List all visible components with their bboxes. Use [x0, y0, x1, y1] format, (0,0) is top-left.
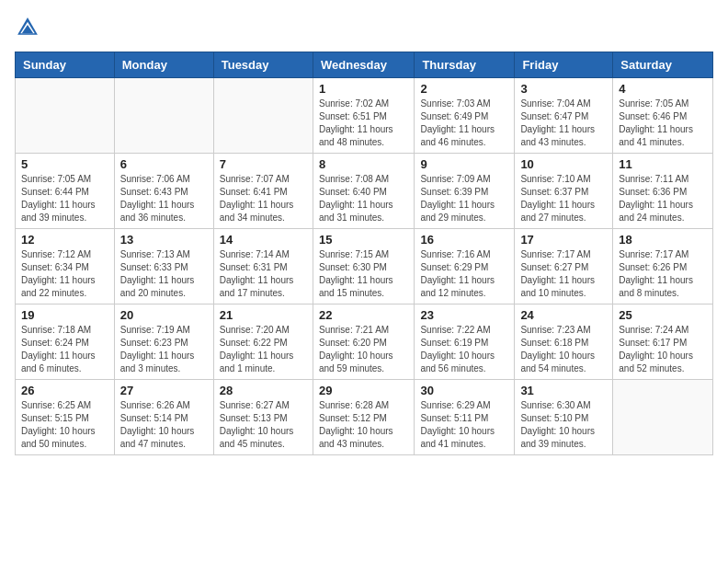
calendar-week-row: 12Sunrise: 7:12 AM Sunset: 6:34 PM Dayli…: [16, 229, 713, 304]
day-info: Sunrise: 6:28 AM Sunset: 5:12 PM Dayligh…: [319, 399, 408, 451]
day-info: Sunrise: 7:19 AM Sunset: 6:23 PM Dayligh…: [120, 324, 208, 375]
day-number: 28: [220, 384, 307, 397]
day-number: 12: [21, 233, 108, 247]
day-number: 15: [319, 233, 408, 247]
day-info: Sunrise: 6:29 AM Sunset: 5:11 PM Dayligh…: [420, 399, 508, 451]
day-info: Sunrise: 6:25 AM Sunset: 5:15 PM Dayligh…: [21, 399, 108, 451]
calendar-day-cell: [213, 78, 313, 154]
calendar-day-cell: 28Sunrise: 6:27 AM Sunset: 5:13 PM Dayli…: [213, 380, 313, 455]
calendar-week-row: 19Sunrise: 7:18 AM Sunset: 6:24 PM Dayli…: [16, 304, 713, 380]
day-info: Sunrise: 7:18 AM Sunset: 6:24 PM Dayligh…: [21, 324, 108, 375]
day-number: 10: [520, 157, 607, 171]
day-info: Sunrise: 7:24 AM Sunset: 6:17 PM Dayligh…: [619, 324, 707, 375]
day-number: 20: [120, 308, 208, 322]
calendar-day-cell: 19Sunrise: 7:18 AM Sunset: 6:24 PM Dayli…: [16, 304, 115, 380]
day-of-week-header: Thursday: [415, 52, 515, 78]
day-number: 5: [21, 157, 108, 171]
calendar-day-cell: 6Sunrise: 7:06 AM Sunset: 6:43 PM Daylig…: [114, 154, 213, 229]
calendar-day-cell: 22Sunrise: 7:21 AM Sunset: 6:20 PM Dayli…: [313, 304, 414, 380]
calendar-header-row: SundayMondayTuesdayWednesdayThursdayFrid…: [16, 52, 713, 78]
calendar-day-cell: 29Sunrise: 6:28 AM Sunset: 5:12 PM Dayli…: [313, 380, 414, 455]
day-number: 30: [420, 384, 508, 397]
day-info: Sunrise: 6:27 AM Sunset: 5:13 PM Dayligh…: [220, 399, 307, 451]
calendar-day-cell: 7Sunrise: 7:07 AM Sunset: 6:41 PM Daylig…: [213, 154, 313, 229]
calendar-day-cell: [613, 380, 713, 455]
calendar-day-cell: 24Sunrise: 7:23 AM Sunset: 6:18 PM Dayli…: [515, 304, 613, 380]
day-info: Sunrise: 7:04 AM Sunset: 6:47 PM Dayligh…: [520, 98, 607, 149]
day-info: Sunrise: 7:11 AM Sunset: 6:36 PM Dayligh…: [619, 173, 707, 224]
day-number: 1: [319, 82, 408, 96]
calendar-table: SundayMondayTuesdayWednesdayThursdayFrid…: [15, 52, 713, 455]
day-number: 9: [420, 157, 508, 171]
day-number: 17: [520, 233, 607, 247]
day-number: 22: [319, 308, 408, 322]
day-info: Sunrise: 6:26 AM Sunset: 5:14 PM Dayligh…: [120, 399, 208, 451]
day-info: Sunrise: 7:17 AM Sunset: 6:26 PM Dayligh…: [619, 248, 707, 300]
day-info: Sunrise: 7:09 AM Sunset: 6:39 PM Dayligh…: [420, 173, 508, 224]
calendar-day-cell: 21Sunrise: 7:20 AM Sunset: 6:22 PM Dayli…: [213, 304, 313, 380]
day-number: 21: [220, 308, 307, 322]
calendar-day-cell: 13Sunrise: 7:13 AM Sunset: 6:33 PM Dayli…: [114, 229, 213, 304]
calendar-day-cell: 18Sunrise: 7:17 AM Sunset: 6:26 PM Dayli…: [613, 229, 713, 304]
day-info: Sunrise: 7:16 AM Sunset: 6:29 PM Dayligh…: [420, 248, 508, 300]
page-header: [15, 15, 713, 40]
day-info: Sunrise: 7:02 AM Sunset: 6:51 PM Dayligh…: [319, 98, 408, 149]
calendar-day-cell: 30Sunrise: 6:29 AM Sunset: 5:11 PM Dayli…: [415, 380, 515, 455]
day-info: Sunrise: 7:17 AM Sunset: 6:27 PM Dayligh…: [520, 248, 607, 300]
day-info: Sunrise: 7:07 AM Sunset: 6:41 PM Dayligh…: [220, 173, 307, 224]
day-number: 31: [520, 384, 607, 397]
day-number: 6: [120, 157, 208, 171]
day-number: 25: [619, 308, 707, 322]
day-number: 29: [319, 384, 408, 397]
calendar-day-cell: 15Sunrise: 7:15 AM Sunset: 6:30 PM Dayli…: [313, 229, 414, 304]
calendar-day-cell: 2Sunrise: 7:03 AM Sunset: 6:49 PM Daylig…: [415, 78, 515, 154]
calendar-day-cell: 17Sunrise: 7:17 AM Sunset: 6:27 PM Dayli…: [515, 229, 613, 304]
calendar-day-cell: 1Sunrise: 7:02 AM Sunset: 6:51 PM Daylig…: [313, 78, 414, 154]
day-info: Sunrise: 7:20 AM Sunset: 6:22 PM Dayligh…: [220, 324, 307, 375]
day-info: Sunrise: 7:21 AM Sunset: 6:20 PM Dayligh…: [319, 324, 408, 375]
calendar-day-cell: 23Sunrise: 7:22 AM Sunset: 6:19 PM Dayli…: [415, 304, 515, 380]
logo-icon: [15, 15, 40, 40]
calendar-day-cell: 26Sunrise: 6:25 AM Sunset: 5:15 PM Dayli…: [16, 380, 115, 455]
day-info: Sunrise: 7:05 AM Sunset: 6:44 PM Dayligh…: [21, 173, 108, 224]
day-number: 8: [319, 157, 408, 171]
day-of-week-header: Tuesday: [213, 52, 313, 78]
day-number: 11: [619, 157, 707, 171]
day-number: 24: [520, 308, 607, 322]
calendar-day-cell: 25Sunrise: 7:24 AM Sunset: 6:17 PM Dayli…: [613, 304, 713, 380]
day-of-week-header: Wednesday: [313, 52, 414, 78]
calendar-day-cell: 16Sunrise: 7:16 AM Sunset: 6:29 PM Dayli…: [415, 229, 515, 304]
day-info: Sunrise: 7:22 AM Sunset: 6:19 PM Dayligh…: [420, 324, 508, 375]
day-number: 23: [420, 308, 508, 322]
day-number: 14: [220, 233, 307, 247]
day-number: 13: [120, 233, 208, 247]
day-of-week-header: Monday: [114, 52, 213, 78]
calendar-day-cell: 14Sunrise: 7:14 AM Sunset: 6:31 PM Dayli…: [213, 229, 313, 304]
day-of-week-header: Sunday: [16, 52, 115, 78]
calendar-week-row: 5Sunrise: 7:05 AM Sunset: 6:44 PM Daylig…: [16, 154, 713, 229]
calendar-week-row: 1Sunrise: 7:02 AM Sunset: 6:51 PM Daylig…: [16, 78, 713, 154]
calendar-day-cell: 31Sunrise: 6:30 AM Sunset: 5:10 PM Dayli…: [515, 380, 613, 455]
calendar-day-cell: [16, 78, 115, 154]
day-number: 3: [520, 82, 607, 96]
day-number: 2: [420, 82, 508, 96]
calendar-day-cell: 3Sunrise: 7:04 AM Sunset: 6:47 PM Daylig…: [515, 78, 613, 154]
calendar-week-row: 26Sunrise: 6:25 AM Sunset: 5:15 PM Dayli…: [16, 380, 713, 455]
calendar-day-cell: 8Sunrise: 7:08 AM Sunset: 6:40 PM Daylig…: [313, 154, 414, 229]
calendar-day-cell: 11Sunrise: 7:11 AM Sunset: 6:36 PM Dayli…: [613, 154, 713, 229]
calendar-day-cell: 12Sunrise: 7:12 AM Sunset: 6:34 PM Dayli…: [16, 229, 115, 304]
day-info: Sunrise: 7:15 AM Sunset: 6:30 PM Dayligh…: [319, 248, 408, 300]
day-number: 27: [120, 384, 208, 397]
day-info: Sunrise: 7:08 AM Sunset: 6:40 PM Dayligh…: [319, 173, 408, 224]
day-of-week-header: Friday: [515, 52, 613, 78]
day-number: 4: [619, 82, 707, 96]
day-info: Sunrise: 7:10 AM Sunset: 6:37 PM Dayligh…: [520, 173, 607, 224]
day-of-week-header: Saturday: [613, 52, 713, 78]
logo: [15, 15, 44, 40]
day-info: Sunrise: 7:05 AM Sunset: 6:46 PM Dayligh…: [619, 98, 707, 149]
calendar-day-cell: 4Sunrise: 7:05 AM Sunset: 6:46 PM Daylig…: [613, 78, 713, 154]
day-info: Sunrise: 6:30 AM Sunset: 5:10 PM Dayligh…: [520, 399, 607, 451]
day-info: Sunrise: 7:13 AM Sunset: 6:33 PM Dayligh…: [120, 248, 208, 300]
calendar-day-cell: [114, 78, 213, 154]
day-number: 7: [220, 157, 307, 171]
